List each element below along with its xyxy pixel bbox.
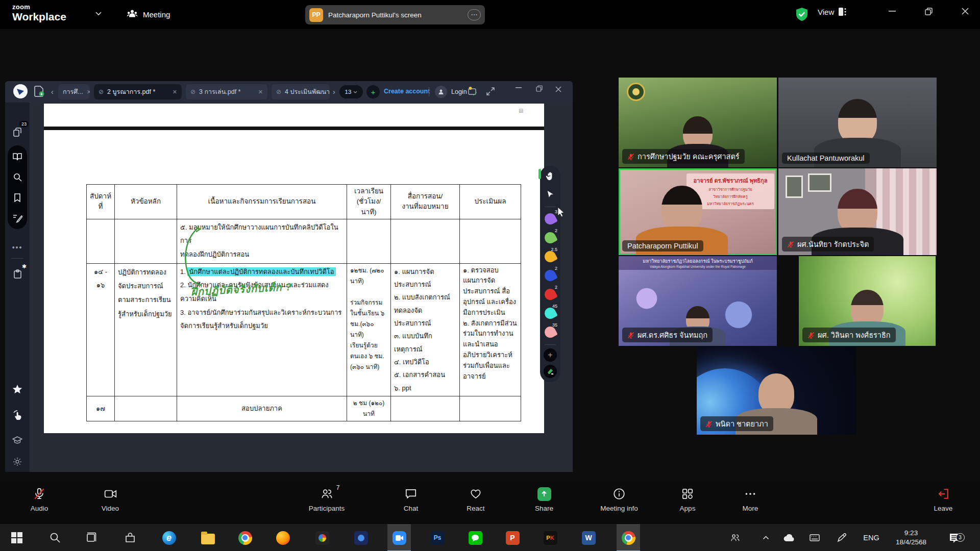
- touch-keyboard-icon[interactable]: [804, 524, 825, 551]
- add-tool-button[interactable]: +: [544, 348, 557, 362]
- video-tile-nantiya[interactable]: ผศ.นันทิยา รักตประจิต: [778, 168, 937, 255]
- taskbar-search-icon[interactable]: [43, 524, 67, 551]
- microsoft-store-icon[interactable]: [118, 524, 142, 551]
- settings-gear-icon[interactable]: [9, 454, 26, 470]
- pdf-canvas[interactable]: ▤ สัปดาห์ที่ หัวข้อหลัก เนื้อหาและกิจกรร…: [30, 103, 573, 472]
- file-explorer-icon[interactable]: [196, 524, 219, 551]
- firefox-icon[interactable]: [271, 524, 295, 551]
- pages-panel-icon[interactable]: 23: [9, 124, 26, 140]
- participant-name-label: ผศ. วิลินดา พงศ์ธราธิก: [802, 328, 896, 342]
- view-button[interactable]: View: [818, 7, 847, 16]
- restore-button[interactable]: [917, 0, 940, 22]
- tab-close-icon[interactable]: ✕: [87, 89, 90, 95]
- chat-bubble-icon: [404, 486, 418, 502]
- tab-scroll-left-icon[interactable]: ‹: [51, 88, 54, 96]
- tutorial-graduation-icon[interactable]: [9, 432, 26, 448]
- powerpoint-icon[interactable]: P: [501, 524, 524, 551]
- chrome-icon[interactable]: [233, 524, 257, 551]
- pen-green-button[interactable]: 2: [544, 232, 556, 244]
- zoom-level-dropdown[interactable]: 13: [339, 85, 363, 98]
- language-indicator[interactable]: ENG: [857, 524, 885, 551]
- react-button[interactable]: React: [448, 486, 504, 512]
- pdf-tab-4[interactable]: ⊘ 4 ประเมินพัฒนา...: [272, 84, 330, 99]
- select-cursor-tool[interactable]: [544, 188, 556, 201]
- minimize-button[interactable]: [880, 0, 904, 22]
- highlighter-pink-button[interactable]: 35: [544, 326, 556, 338]
- pdf-restore-icon[interactable]: [536, 85, 543, 92]
- pdf-tab-3[interactable]: ⊘ 3 การเล่น.pdf * ✕: [186, 84, 267, 99]
- notification-center-icon[interactable]: 3: [943, 524, 966, 551]
- workspace-chevron-down-icon[interactable]: [95, 11, 102, 16]
- video-tile-patcharaporn-active-speaker[interactable]: อาจารย์ ดร.พัชราภรณ์ พุทธิกุล สาขาวิชากา…: [619, 168, 777, 255]
- bookmark-icon[interactable]: [9, 189, 26, 206]
- tray-people-icon[interactable]: [725, 524, 745, 551]
- word-icon[interactable]: W: [577, 524, 600, 551]
- security-shield-icon[interactable]: [795, 7, 808, 21]
- start-button[interactable]: [5, 524, 29, 551]
- leave-button[interactable]: Leave: [915, 486, 971, 512]
- tray-pen-icon[interactable]: [831, 524, 852, 551]
- line-app-icon[interactable]: [463, 524, 487, 551]
- control-label: Video: [102, 505, 119, 512]
- create-account-link[interactable]: Create account: [384, 88, 430, 95]
- video-button[interactable]: Video: [82, 486, 138, 512]
- shared-screen-pill[interactable]: PP Patcharaporn Puttikul's screen ⋯: [305, 5, 485, 24]
- chat-button[interactable]: Chat: [383, 486, 439, 512]
- tab-close-icon[interactable]: ✕: [258, 89, 263, 95]
- pdf-app-logo-icon[interactable]: [13, 84, 28, 98]
- favorites-star-icon[interactable]: [9, 381, 26, 397]
- more-tools-icon[interactable]: •••: [9, 239, 26, 256]
- onedrive-cloud-icon[interactable]: [779, 524, 799, 551]
- pdf-tab-2-active[interactable]: ⊘ 2 บูรณาการ.pdf * ✕: [94, 84, 182, 99]
- clipboard-icon[interactable]: ✱: [9, 266, 26, 282]
- pen-red-button[interactable]: 2: [544, 288, 556, 300]
- video-tile-kullachat[interactable]: Kullachat Pantuworakul: [778, 78, 937, 167]
- meeting-info-button[interactable]: Meeting info: [591, 486, 647, 512]
- video-tile-sasithorn[interactable]: มหาวิทยาลัยราชภัฏวไลยอลงกรณ์ ในพระบรมราช…: [619, 256, 777, 346]
- add-page-button[interactable]: +: [366, 85, 380, 98]
- share-button[interactable]: Share: [516, 486, 572, 512]
- import-document-icon[interactable]: [34, 85, 45, 97]
- pdf-minimize-icon[interactable]: [516, 87, 522, 88]
- login-button[interactable]: Login: [435, 86, 467, 98]
- pen-size-badge: 35: [552, 322, 557, 328]
- blue-app-icon[interactable]: [349, 524, 373, 551]
- zoom-app-icon[interactable]: [387, 524, 411, 551]
- pointer-hand-icon[interactable]: [9, 407, 26, 423]
- taskbar-clock[interactable]: 9:23 18/4/2568: [889, 524, 933, 551]
- highlighter-cyan-button[interactable]: 45: [544, 307, 556, 319]
- shared-screen-options-button[interactable]: ⋯: [468, 9, 481, 20]
- tab-meeting[interactable]: Meeting: [127, 7, 170, 22]
- annotate-pen-icon[interactable]: [9, 210, 26, 226]
- photoshop-icon[interactable]: Ps: [426, 524, 449, 551]
- video-tile-panida[interactable]: พนิดา ชาตยาภา: [697, 347, 856, 435]
- fullscreen-expand-icon[interactable]: [486, 87, 495, 96]
- participant-name: ผศ.นันทิยา รักตประจิต: [797, 238, 869, 250]
- reader-book-icon[interactable]: [9, 148, 26, 165]
- search-icon[interactable]: [9, 169, 26, 185]
- tray-chevron-up-icon[interactable]: [756, 524, 775, 551]
- logo-text-zoom: zoom: [12, 4, 66, 10]
- participants-button[interactable]: 7 Participants: [299, 486, 355, 512]
- edge-browser-icon[interactable]: e: [157, 524, 181, 551]
- video-tile-wilinda[interactable]: ผศ. วิลินดา พงศ์ธราธิก: [799, 256, 936, 346]
- pen-purple-button[interactable]: 3: [544, 213, 556, 225]
- tab-scroll-right-icon[interactable]: ›: [333, 88, 335, 96]
- pan-hand-tool[interactable]: [544, 170, 556, 182]
- apps-button[interactable]: Apps: [659, 486, 716, 512]
- pen-yellow-button[interactable]: 2.5: [544, 251, 556, 263]
- video-tile-early-childhood[interactable]: การศึกษาปฐมวัย คณะครุศาสตร์: [619, 78, 777, 167]
- more-button[interactable]: More: [722, 486, 778, 512]
- snapshot-icon[interactable]: [467, 86, 478, 97]
- photoscape-icon[interactable]: [310, 524, 334, 551]
- pk-app-icon[interactable]: PK: [538, 524, 562, 551]
- close-button[interactable]: [953, 0, 977, 22]
- pen-blue-button[interactable]: 2: [544, 269, 556, 282]
- chrome-active-icon[interactable]: [617, 524, 640, 551]
- pdf-tab-1[interactable]: การศึ... ✕: [58, 84, 90, 99]
- tab-close-icon[interactable]: ✕: [173, 89, 177, 95]
- eraser-tool-button[interactable]: [544, 365, 557, 378]
- audio-button[interactable]: Audio: [11, 486, 67, 512]
- task-view-icon[interactable]: [79, 524, 103, 551]
- pdf-close-icon[interactable]: [555, 86, 561, 92]
